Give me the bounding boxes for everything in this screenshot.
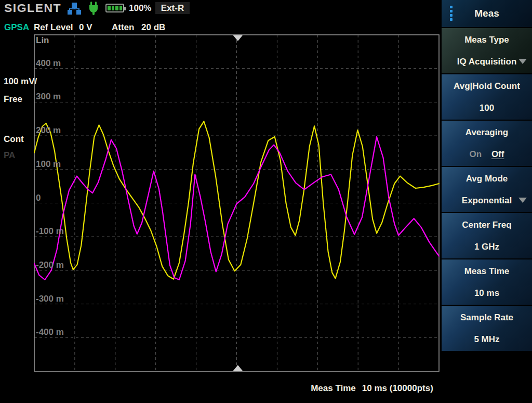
battery-percent: 100% bbox=[129, 3, 151, 14]
softkey-avg-mode[interactable]: Avg Mode Exponential bbox=[442, 167, 532, 212]
softkey-sample-rate[interactable]: Sample Rate 5 MHz bbox=[442, 306, 532, 351]
softkey-label: Sample Rate bbox=[445, 313, 529, 323]
y-axis-label: 0 bbox=[36, 193, 41, 203]
power-plug-icon bbox=[87, 2, 100, 18]
preamp-label: PA bbox=[4, 150, 15, 161]
meas-time-readout: Meas Time10 ms (10000pts) bbox=[297, 383, 447, 394]
softkey-value: 1 GHz bbox=[445, 242, 529, 252]
meas-time-footer-value: 10 ms (10000pts) bbox=[362, 383, 433, 393]
y-axis-label: 400 m bbox=[36, 58, 61, 69]
menu-dots-icon bbox=[450, 6, 453, 21]
softkey-value: 100 bbox=[445, 103, 529, 113]
softkey-value: 5 MHz bbox=[445, 334, 529, 345]
left-info-column: 100 mV/ Free Cont PA bbox=[0, 0, 33, 403]
network-icon bbox=[68, 3, 81, 17]
softkey-meas-type[interactable]: Meas Type IQ Acquisition bbox=[442, 28, 532, 73]
averaging-on-option[interactable]: On bbox=[470, 149, 482, 159]
menu-header[interactable]: Meas bbox=[442, 0, 532, 27]
softkey-label: Meas Time bbox=[445, 266, 529, 277]
y-axis-label: 100 m bbox=[36, 159, 61, 170]
softkey-value: 10 ms bbox=[445, 288, 529, 298]
scale-type-label: Lin bbox=[36, 35, 49, 46]
ref-level-label[interactable]: Ref Level bbox=[34, 22, 73, 33]
softkey-label: Averaging bbox=[445, 127, 529, 138]
measurement-status-row: GPSA Ref Level 0 V Atten 20 dB bbox=[0, 21, 442, 33]
softkey-avg-hold-count[interactable]: Avg|Hold Count 100 bbox=[442, 74, 532, 120]
averaging-off-option[interactable]: Off bbox=[491, 149, 504, 159]
trigger-marker-top bbox=[233, 35, 243, 41]
softkey-label: Avg Mode bbox=[445, 174, 529, 184]
softkey-averaging[interactable]: Averaging On Off bbox=[442, 121, 532, 166]
softkey-meas-time[interactable]: Meas Time 10 ms bbox=[442, 259, 532, 305]
scale-per-div-label: 100 mV/ bbox=[4, 76, 37, 87]
trigger-mode-label: Free bbox=[4, 94, 22, 105]
top-status-bar: SIGLENT 100 bbox=[0, 0, 442, 17]
averaging-toggle[interactable]: On Off bbox=[445, 149, 529, 160]
menu-title: Meas bbox=[474, 8, 499, 19]
softkey-center-freq[interactable]: Center Freq 1 GHz bbox=[442, 213, 532, 258]
atten-label[interactable]: Atten bbox=[112, 22, 134, 33]
y-axis-label: 200 m bbox=[36, 125, 61, 136]
y-axis-label: -100 m bbox=[36, 226, 64, 237]
chevron-down-icon bbox=[518, 59, 527, 64]
trace-plot bbox=[34, 34, 440, 372]
waveform-graph: Lin 400 m300 m200 m100 m0-100 m-200 m-30… bbox=[34, 34, 440, 372]
atten-value[interactable]: 20 dB bbox=[141, 22, 165, 33]
y-axis-label: -400 m bbox=[36, 327, 64, 337]
softkey-value: Exponential bbox=[445, 196, 529, 206]
sweep-mode-label: Cont bbox=[4, 134, 24, 145]
softkey-menu: Meas Meas Type IQ Acquisition Avg|Hold C… bbox=[441, 0, 532, 403]
y-axis-label: -200 m bbox=[36, 260, 64, 270]
softkey-label: Avg|Hold Count bbox=[445, 81, 529, 92]
ext-ref-badge: Ext-R bbox=[155, 2, 190, 14]
softkey-label: Center Freq bbox=[445, 220, 529, 230]
meas-time-footer-label: Meas Time bbox=[311, 383, 356, 393]
softkey-label: Meas Type bbox=[445, 35, 529, 45]
ref-level-value[interactable]: 0 V bbox=[79, 22, 92, 33]
y-axis-label: -300 m bbox=[36, 294, 64, 304]
trigger-marker-bottom bbox=[233, 365, 243, 371]
softkey-value: IQ Acquisition bbox=[445, 57, 529, 67]
battery-icon bbox=[105, 4, 124, 12]
analyzer-screen: SIGLENT 100 bbox=[0, 0, 532, 403]
chevron-down-icon bbox=[518, 198, 527, 203]
y-axis-label: 300 m bbox=[36, 92, 61, 102]
